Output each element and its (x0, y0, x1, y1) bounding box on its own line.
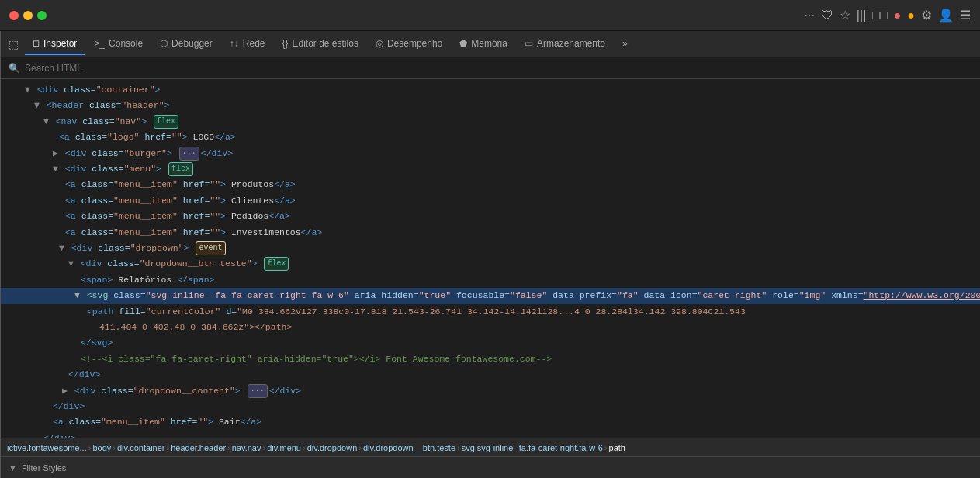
breadcrumb-item-menu[interactable]: div.menu (267, 443, 301, 452)
devtools-panel: ⬚ ◻ Inspetor >_ Console ⬡ Debugger ↑↓ Re… (1, 31, 980, 478)
tree-line-produtos[interactable]: <a class="menu__item" href=""> Produtos<… (1, 177, 980, 192)
close-button[interactable] (9, 11, 19, 20)
tab-more[interactable]: » (615, 33, 635, 55)
filter-icon: ▼ (9, 463, 17, 473)
settings-icon[interactable]: ⚙ (921, 8, 932, 23)
tree-line-investimentos[interactable]: <a class="menu__item" href=""> Investime… (1, 225, 980, 241)
tree-line-svg[interactable]: ▼ <svg class="svg-inline--fa fa-caret-ri… (1, 288, 980, 303)
breadcrumb-item-svg[interactable]: svg.svg-inline--fa.fa-caret-right.fa-w-6 (462, 443, 603, 452)
tree-line-burger[interactable]: ▶ <div class="burger"> ···</div> (1, 146, 980, 161)
tab-network[interactable]: ↑↓ Rede (222, 33, 273, 55)
preview-highlight-box (0, 124, 1, 141)
browser-window-controls (9, 11, 47, 20)
bookmarks-icon[interactable]: ||| (857, 9, 866, 23)
flex-badge: flex (168, 162, 193, 176)
hamburger-icon[interactable]: ☰ (960, 8, 971, 23)
tree-line-span-relatorios[interactable]: <span> Relatórios </span> (1, 272, 980, 288)
tree-line-dropdown[interactable]: ▼ <div class="dropdown"> event (1, 241, 980, 256)
tree-line-header[interactable]: ▼ <header class="header"> (1, 98, 980, 113)
expand-icon: ▼ (43, 116, 49, 126)
console-tab-icon: >_ (94, 38, 105, 49)
search-bar: 🔍 + ✎ (1, 57, 980, 79)
main-layout: os.__Relatórios fa-caret-right.fa-w-6 6 … (0, 31, 980, 478)
expand-icon: ▼ (68, 258, 74, 268)
breadcrumb-current: path (609, 443, 625, 452)
debugger-tab-label: Debugger (171, 38, 213, 49)
expand-icon: ▶ (62, 386, 68, 396)
tab-debugger[interactable]: ⬡ Debugger (152, 33, 220, 55)
tab-performance[interactable]: ◎ Desempenho (368, 33, 450, 55)
collapsed-badge: ··· (248, 384, 268, 398)
expand-icon: ▼ (74, 290, 80, 300)
collapsed-badge: ··· (179, 147, 199, 161)
breadcrumb-item-body[interactable]: body (92, 443, 111, 452)
html-tree[interactable]: ▼ <div class="container"> ▼ <header clas… (1, 79, 980, 438)
tab-storage[interactable]: ▭ Armazenamento (517, 33, 613, 55)
inspector-cursor-icon[interactable]: ⬚ (4, 38, 23, 50)
breadcrumb-item-fontawesome[interactable]: ictive.fontawesome... (7, 443, 87, 452)
breadcrumb-bar: ictive.fontawesome... › body › div.conta… (1, 438, 980, 456)
maximize-button[interactable] (37, 11, 47, 20)
breadcrumb-item-header[interactable]: header.header (171, 443, 226, 452)
performance-tab-label: Desempenho (387, 38, 442, 49)
minimize-button[interactable] (23, 11, 33, 20)
event-badge: event (196, 241, 225, 255)
profile-icon[interactable]: 👤 (938, 8, 954, 23)
tab-memory[interactable]: ⬟ Memória (452, 33, 515, 55)
tree-line-pedidos[interactable]: <a class="menu__item" href=""> Pedidos</… (1, 209, 980, 224)
storage-tab-icon: ▭ (525, 38, 533, 49)
tree-line-sair[interactable]: <a class="menu__item" href=""> Sair</a> (1, 414, 980, 430)
performance-tab-icon: ◎ (376, 38, 383, 49)
tree-line-comment[interactable]: <!--<i class="fa fa-caret-right" aria-hi… (1, 352, 980, 367)
tab-style-editor[interactable]: {} Editor de estilos (274, 33, 365, 55)
tabs-icon[interactable]: □□ (872, 9, 887, 23)
devtools-toolbar: ⬚ ◻ Inspetor >_ Console ⬡ Debugger ↑↓ Re… (1, 31, 980, 57)
memory-tab-label: Memória (471, 38, 507, 49)
tree-line-menu[interactable]: ▼ <div class="menu"> flex (1, 161, 980, 177)
breadcrumb-item-dropdown[interactable]: div.dropdown (307, 443, 358, 452)
breadcrumb-item-nav[interactable]: nav.nav (232, 443, 261, 452)
tab-console[interactable]: >_ Console (86, 33, 151, 55)
browser-chrome: ··· 🛡 ☆ ||| □□ ● ● ⚙ 👤 ☰ (0, 0, 980, 31)
star-icon[interactable]: ☆ (840, 8, 850, 23)
expand-icon: ▶ (53, 148, 58, 158)
tab-inspector[interactable]: ◻ Inspetor (25, 33, 85, 55)
style-editor-tab-label: Editor de estilos (293, 38, 358, 49)
tree-line-container[interactable]: ▼ <div class="container"> (1, 82, 980, 98)
browser-toolbar-right: ··· 🛡 ☆ ||| □□ ● ● ⚙ 👤 ☰ (805, 8, 971, 23)
flex-badge: flex (264, 257, 289, 271)
memory-tab-icon: ⬟ (459, 38, 467, 49)
tree-line-close-menu[interactable]: </div> (1, 431, 980, 438)
extensions-icon: ● (907, 9, 915, 23)
tree-line-logo[interactable]: <a class="logo" href=""> LOGO</a> (1, 130, 980, 145)
shield-icon: 🛡 (821, 9, 833, 23)
flex-badge: flex (154, 115, 178, 129)
breadcrumb-item-dropdown-btn[interactable]: div.dropdown__btn.teste (363, 443, 455, 452)
tree-line-svg-close[interactable]: </svg> (1, 335, 980, 351)
expand-icon: ▼ (59, 243, 64, 253)
tree-line-dropdown-content[interactable]: ▶ <div class="dropdown__content"> ···</d… (1, 383, 980, 399)
expand-icon: ▼ (53, 164, 58, 174)
tree-line-path[interactable]: <path fill="currentColor" d="M0 384.662V… (1, 304, 980, 320)
firefox-icon: ● (894, 9, 902, 23)
tree-line-path-cont[interactable]: 411.404 0 402.48 0 384.662z"></path> (1, 320, 980, 335)
webpage-preview: os.__Relatórios fa-caret-right.fa-w-6 6 … (0, 31, 1, 478)
tree-line-close-dropdown-btn[interactable]: </div> (1, 367, 980, 383)
preview-nav-text: os.__Relatórios (0, 112, 1, 120)
more-icon[interactable]: ··· (805, 9, 815, 23)
search-input[interactable] (25, 63, 980, 74)
filter-bar: ▼ Filter Styles :hov .cls + (1, 456, 980, 478)
tree-line-nav[interactable]: ▼ <nav class="nav"> flex (1, 114, 980, 130)
tree-line-dropdown-btn[interactable]: ▼ <div class="dropdown__btn teste"> flex (1, 256, 980, 272)
inspector-tab-label: Inspetor (43, 38, 77, 49)
more-tabs-label: » (622, 38, 628, 49)
expand-icon: ▼ (25, 85, 30, 95)
search-icon: 🔍 (9, 63, 20, 74)
tree-line-clientes[interactable]: <a class="menu__item" href=""> Clientes<… (1, 193, 980, 209)
tree-line-close-dropdown[interactable]: </div> (1, 399, 980, 414)
network-tab-icon: ↑↓ (230, 38, 239, 49)
expand-icon: ▼ (34, 100, 40, 110)
inspector-tab-icon: ◻ (33, 38, 40, 48)
breadcrumb-item-container[interactable]: div.container (117, 443, 165, 452)
network-tab-label: Rede (243, 38, 265, 49)
